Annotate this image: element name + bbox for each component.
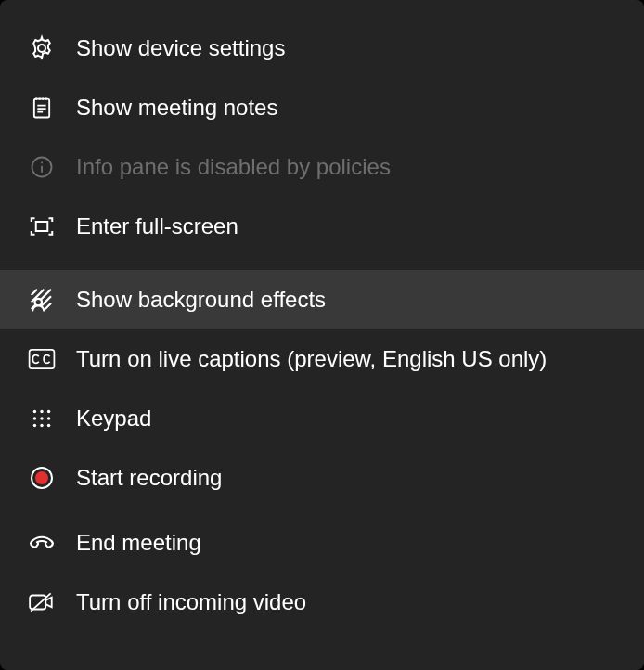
svg-point-11: [40, 417, 43, 419]
video-off-icon: [28, 588, 56, 616]
menu-item-label: End meeting: [76, 530, 201, 556]
menu-item-start-recording[interactable]: Start recording: [0, 448, 644, 508]
background-effects-icon: [28, 286, 56, 314]
svg-point-3: [41, 161, 43, 163]
hangup-icon: [28, 529, 56, 557]
menu-item-incoming-video-off[interactable]: Turn off incoming video: [0, 573, 644, 632]
menu-item-label: Turn off incoming video: [76, 589, 306, 615]
menu-item-background-effects[interactable]: Show background effects: [0, 270, 644, 329]
keypad-icon: [28, 405, 56, 432]
svg-point-10: [33, 417, 36, 419]
svg-point-14: [40, 424, 43, 427]
menu-item-label: Info pane is disabled by policies: [76, 154, 391, 180]
svg-point-15: [47, 424, 50, 427]
svg-rect-16: [30, 596, 45, 610]
menu-item-live-captions[interactable]: Turn on live captions (preview, English …: [0, 329, 644, 389]
svg-point-0: [38, 45, 45, 52]
menu-item-device-settings[interactable]: Show device settings: [0, 19, 644, 78]
menu-item-meeting-notes[interactable]: Show meeting notes: [0, 78, 644, 137]
menu-item-info-pane: Info pane is disabled by policies: [0, 137, 644, 197]
menu-item-label: Show background effects: [76, 287, 326, 313]
menu-item-label: Show device settings: [76, 35, 285, 61]
menu-item-label: Keypad: [76, 406, 151, 432]
svg-point-13: [33, 424, 36, 427]
more-actions-menu: Show device settings Show meeting notes …: [0, 0, 644, 670]
svg-point-12: [47, 417, 50, 419]
menu-item-end-meeting[interactable]: End meeting: [0, 513, 644, 573]
record-icon: [28, 464, 56, 492]
cc-icon: [28, 345, 56, 373]
menu-item-label: Enter full-screen: [76, 213, 238, 239]
menu-item-fullscreen[interactable]: Enter full-screen: [0, 197, 644, 256]
notes-icon: [28, 94, 56, 122]
svg-point-8: [40, 410, 43, 413]
menu-item-label: Start recording: [76, 465, 222, 491]
svg-point-9: [47, 410, 50, 413]
svg-point-7: [33, 410, 36, 413]
menu-item-label: Turn on live captions (preview, English …: [76, 346, 547, 372]
svg-rect-4: [36, 222, 48, 231]
info-icon: [28, 153, 56, 181]
menu-item-label: Show meeting notes: [76, 95, 277, 121]
gear-icon: [28, 34, 56, 62]
fullscreen-icon: [28, 213, 56, 240]
menu-item-keypad[interactable]: Keypad: [0, 389, 644, 448]
